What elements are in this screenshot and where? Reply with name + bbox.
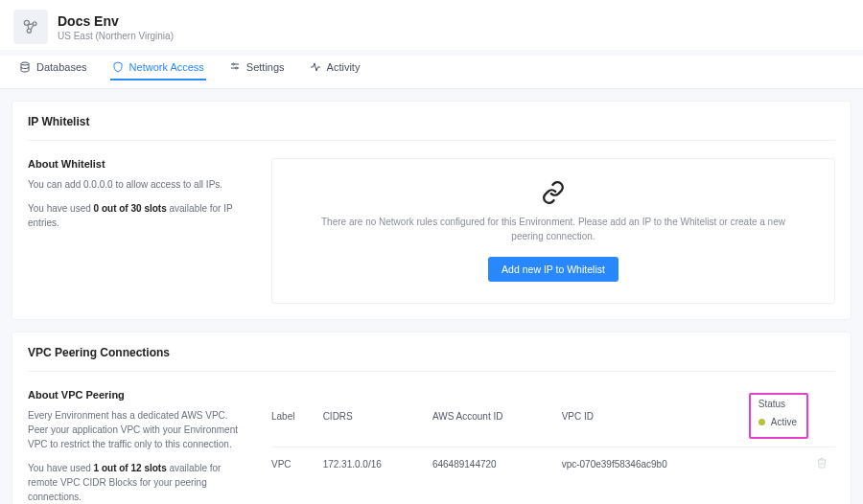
status-highlight-box: Status Active xyxy=(749,393,808,439)
about-whitelist-line2: You have used 0 out of 30 slots availabl… xyxy=(28,201,248,230)
shield-icon xyxy=(112,61,124,73)
col-vpcid: VPC ID xyxy=(562,389,749,447)
svg-line-5 xyxy=(31,25,34,30)
svg-line-4 xyxy=(28,25,29,29)
svg-point-8 xyxy=(232,63,234,65)
sliders-icon xyxy=(229,61,241,73)
cell-vpcid: vpc-070e39f58346ac9b0 xyxy=(562,447,749,481)
col-aws: AWS Account ID xyxy=(432,389,562,447)
svg-point-0 xyxy=(24,20,29,25)
col-cidrs: CIDRS xyxy=(323,389,432,447)
about-whitelist-line1: You can add 0.0.0.0 to allow access to a… xyxy=(28,177,248,192)
env-title: Docs Env xyxy=(58,13,174,29)
whitelist-empty-message: There are no Network rules configured fo… xyxy=(304,215,803,243)
tab-activity[interactable]: Activity xyxy=(308,56,362,80)
cell-label: VPC xyxy=(271,447,323,481)
vpc-peering-card: VPC Peering Connections About VPC Peerin… xyxy=(12,332,851,504)
svg-point-10 xyxy=(235,67,237,69)
about-vpc-text: Every Environment has a dedicated AWS VP… xyxy=(28,408,248,451)
svg-point-1 xyxy=(33,22,36,26)
whitelist-empty-state: There are no Network rules configured fo… xyxy=(271,158,835,304)
status-cell: Active xyxy=(758,417,797,427)
molecule-icon xyxy=(21,17,40,36)
activity-icon xyxy=(310,61,321,73)
tab-databases[interactable]: Databases xyxy=(17,56,89,80)
tab-label: Network Access xyxy=(129,61,204,73)
section-heading-whitelist: IP Whitelist xyxy=(28,115,835,141)
peering-table: Label CIDRS AWS Account ID VPC ID Status… xyxy=(271,389,835,480)
svg-line-3 xyxy=(29,24,34,25)
tab-label: Databases xyxy=(36,61,87,73)
cell-cidrs: 172.31.0.0/16 xyxy=(323,447,432,481)
tab-network-access[interactable]: Network Access xyxy=(110,56,206,80)
env-avatar xyxy=(13,10,48,44)
tab-label: Settings xyxy=(246,61,285,73)
status-dot-icon xyxy=(758,419,765,425)
svg-point-6 xyxy=(21,62,29,65)
table-row: VPC 172.31.0.0/16 646489144720 vpc-070e3… xyxy=(271,447,835,481)
delete-peering-icon[interactable] xyxy=(816,460,828,470)
env-header: Docs Env US East (Northern Virginia) xyxy=(0,0,863,50)
about-vpc-title: About VPC Peering xyxy=(28,389,248,401)
main-tabs: Databases Network Access Settings Activi… xyxy=(0,56,863,89)
add-ip-button[interactable]: Add new IP to Whitelist xyxy=(488,257,618,282)
tab-settings[interactable]: Settings xyxy=(227,56,287,80)
cell-aws: 646489144720 xyxy=(432,447,562,481)
col-status-wrap: Status Active xyxy=(749,389,816,447)
ip-whitelist-card: IP Whitelist About Whitelist You can add… xyxy=(12,101,851,320)
link-icon xyxy=(301,180,805,207)
section-heading-vpc: VPC Peering Connections xyxy=(28,346,835,372)
tab-label: Activity xyxy=(327,61,361,73)
col-status: Status xyxy=(758,399,797,409)
col-label: Label xyxy=(271,389,323,447)
status-value: Active xyxy=(771,417,797,427)
about-vpc-slots: You have used 1 out of 12 slots availabl… xyxy=(28,461,248,504)
database-icon xyxy=(19,61,31,73)
about-whitelist-title: About Whitelist xyxy=(28,158,248,170)
env-region: US East (Northern Virginia) xyxy=(58,31,174,41)
